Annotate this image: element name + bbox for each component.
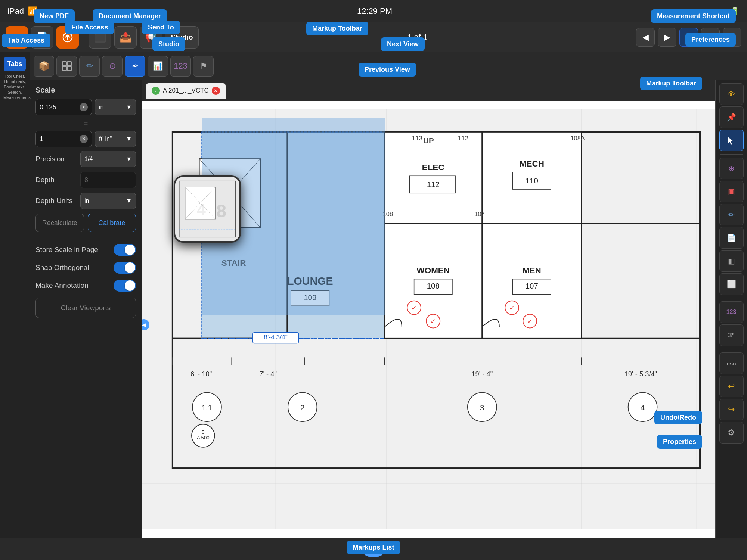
previous-view-button[interactable]: ◀ (636, 28, 655, 47)
tabs-label[interactable]: Tabs (4, 57, 26, 71)
svg-text:4: 4 (641, 403, 645, 412)
rt-layers-button[interactable]: ◧ (719, 250, 744, 272)
equals-sign: = (35, 119, 136, 128)
rt-separator-3 (720, 349, 743, 349)
rt-degree-button[interactable]: 3° (719, 324, 744, 346)
scale-input-1[interactable]: 0.125 ✕ (35, 99, 92, 115)
svg-text:113: 113 (412, 134, 422, 142)
rt-pin-button[interactable]: 📌 (719, 106, 744, 128)
svg-text:✓: ✓ (527, 317, 533, 325)
depth-label: Depth (35, 176, 77, 184)
clear-scale-1-button[interactable]: ✕ (80, 103, 88, 111)
rt-properties-button[interactable]: ⚙ (719, 422, 744, 444)
rt-lasso-button[interactable]: ⊕ (719, 158, 744, 179)
tab-close-button[interactable]: ✕ (212, 87, 220, 95)
annotations-button[interactable]: 📊 (148, 56, 168, 77)
svg-text:✓: ✓ (430, 317, 436, 325)
page-indicator: 1 of 1 (407, 32, 428, 42)
calibrate-button[interactable]: Calibrate (88, 214, 136, 232)
svg-text:110: 110 (526, 176, 538, 185)
make-annotation-label: Make Annotation (35, 281, 89, 290)
depth-units-dropdown[interactable]: in ▼ (80, 193, 136, 209)
next-view-button[interactable]: ▶ (658, 28, 676, 47)
tool-chest-button[interactable]: 📦 (34, 56, 54, 77)
svg-text:5: 5 (202, 429, 204, 435)
svg-text:UP: UP (423, 136, 434, 145)
rt-separator-2 (720, 298, 743, 298)
svg-text:8'-4 3/4": 8'-4 3/4" (264, 333, 288, 341)
svg-text:3: 3 (480, 403, 484, 412)
svg-text:107: 107 (526, 281, 538, 290)
markup-pen-button[interactable]: ✏ (701, 28, 720, 47)
snap-orthogonal-toggle[interactable] (114, 262, 136, 274)
clear-viewports-button[interactable]: Clear Viewports (35, 298, 136, 318)
scale-unit-1-dropdown[interactable]: in ▼ (95, 99, 136, 115)
svg-marker-94 (728, 137, 734, 145)
rt-select-button[interactable] (719, 130, 744, 151)
right-toolbar: 👁 📌 ⊕ ▣ ✏ 📄 ◧ ⬜ 123 3° esc ↩ ↪ ⚙ (715, 80, 747, 538)
depth-row: Depth 8 (35, 172, 136, 188)
svg-text:WOMEN: WOMEN (416, 266, 450, 275)
blueprint-canvas[interactable]: ELEC 112 MECH 110 LOUNGE 109 STAIR UP WO… (142, 101, 715, 538)
rt-esc-button[interactable]: esc (719, 352, 744, 374)
markup-shortcut-button[interactable]: ✂ (679, 28, 698, 47)
bookmarks-button[interactable]: ✏ (79, 56, 100, 77)
scale-title: Scale (35, 86, 136, 94)
rt-purple-box-button[interactable]: ⬜ (719, 273, 744, 295)
svg-text:112: 112 (458, 134, 468, 142)
toolbar-center: 1 of 1 (202, 32, 633, 42)
upload-button[interactable]: 📤 (114, 26, 137, 49)
recalculate-button[interactable]: Recalculate (35, 214, 84, 232)
status-left: iPad 📶 (7, 6, 38, 16)
preferences-button[interactable]: ⚙ (723, 28, 741, 47)
svg-text:19' - 4": 19' - 4" (471, 370, 493, 378)
svg-text:108: 108 (427, 281, 440, 290)
svg-text:✓: ✓ (411, 304, 417, 312)
markups-list-handle[interactable] (362, 542, 385, 557)
speaker-button[interactable]: 📢 (140, 26, 162, 49)
new-pdf-button[interactable]: ▼ (6, 26, 28, 49)
svg-text:108A: 108A (570, 135, 585, 141)
make-annotation-toggle[interactable] (114, 280, 136, 292)
svg-text:107: 107 (474, 211, 484, 217)
rt-123-button[interactable]: 123 (719, 301, 744, 323)
thumbnails-button[interactable] (56, 56, 77, 77)
rt-redo-button[interactable]: ↪ (719, 399, 744, 420)
left-panel: Scale 0.125 ✕ in ▼ = 1 ✕ ft' in" ▼ Preci… (30, 80, 142, 538)
flag-button[interactable]: ⚑ (193, 56, 214, 77)
tabs-subtitle: Tool Chest, Thumbnails, Bookmarks, Searc… (2, 73, 28, 101)
svg-text:MEN: MEN (523, 266, 541, 275)
file-access-button[interactable]: 📄 (31, 26, 53, 49)
scale-unit-2-dropdown[interactable]: ft' in" ▼ (95, 131, 136, 147)
svg-point-96 (372, 547, 375, 551)
toolbar-right: ◀ ▶ ✂ ✏ ⚙ (636, 28, 741, 47)
scale-input-2[interactable]: 1 ✕ (35, 131, 92, 147)
store-scale-toggle[interactable] (114, 244, 136, 256)
main-canvas: ✓ A 201_..._VCTC ✕ (142, 80, 715, 538)
status-bar: iPad 📶 12:29 PM 56% 🔋 (0, 0, 747, 22)
precision-dropdown[interactable]: 1/4 ▼ (80, 151, 136, 167)
depth-value: 8 (80, 172, 136, 188)
svg-text:✓: ✓ (509, 304, 515, 312)
rt-doc-button[interactable]: 📄 (719, 227, 744, 249)
battery-label: 56% (712, 7, 726, 16)
studio-button[interactable]: Studio (165, 26, 199, 49)
time-display: 12:29 PM (357, 6, 392, 16)
rt-eye-button[interactable]: 👁 (719, 83, 744, 105)
svg-text:2: 2 (300, 403, 304, 412)
svg-text:6' - 10": 6' - 10" (190, 370, 212, 378)
send-to-button[interactable]: ⬛ (89, 26, 111, 49)
more-tools-button[interactable]: 123 (170, 56, 191, 77)
tab-check-icon: ✓ (152, 87, 160, 95)
search-button[interactable]: ⊙ (102, 56, 123, 77)
snap-orthogonal-row: Snap Orthogonal (35, 262, 136, 274)
rt-undo-button[interactable]: ↩ (719, 376, 744, 397)
clear-scale-2-button[interactable]: ✕ (80, 135, 88, 143)
svg-text:ELEC: ELEC (422, 163, 444, 172)
canvas-tab-active[interactable]: ✓ A 201_..._VCTC ✕ (146, 83, 226, 99)
measurements-button[interactable]: ✒ (125, 56, 145, 77)
document-manager-button[interactable] (56, 26, 79, 49)
rt-markup-button[interactable]: ✏ (719, 204, 744, 225)
scale-row-2: 1 ✕ ft' in" ▼ (35, 131, 136, 147)
rt-stamp-button[interactable]: ▣ (719, 181, 744, 202)
